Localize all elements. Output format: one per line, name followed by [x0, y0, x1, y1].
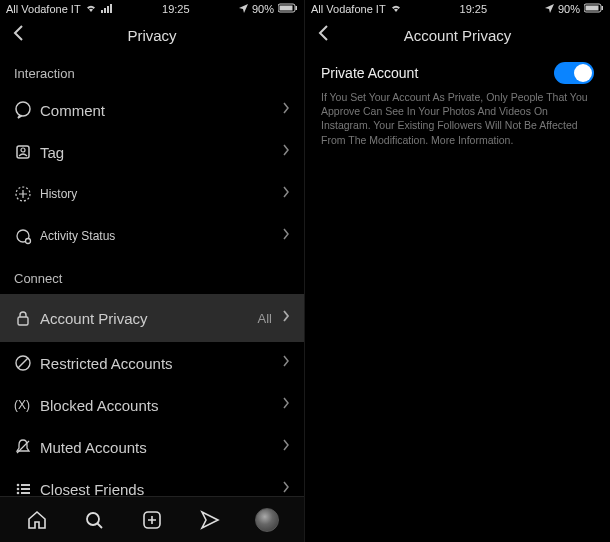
header: Account Privacy	[305, 18, 610, 52]
svg-point-23	[87, 513, 99, 525]
comment-icon	[14, 101, 40, 119]
chevron-right-icon	[282, 185, 290, 203]
row-label: Closest Friends	[40, 481, 282, 498]
section-interaction: Interaction	[0, 52, 304, 89]
row-activity-status[interactable]: Activity Status	[0, 215, 304, 257]
wifi-icon	[390, 3, 402, 15]
clock: 19:25	[162, 3, 190, 15]
wifi-icon	[85, 3, 97, 15]
status-bar: All Vodafone IT 19:25 90%	[305, 0, 610, 18]
chevron-right-icon	[282, 101, 290, 119]
private-account-toggle[interactable]	[554, 62, 594, 84]
battery-icon	[278, 3, 298, 15]
privacy-settings-screen: All Vodafone IT 19:25 90% Privacy Intera…	[0, 0, 305, 542]
svg-rect-3	[110, 4, 112, 13]
svg-point-9	[21, 148, 25, 152]
muted-icon	[14, 438, 40, 456]
row-label: History	[40, 187, 282, 201]
chevron-right-icon	[282, 143, 290, 161]
row-blocked-accounts[interactable]: (X) Blocked Accounts	[0, 384, 304, 426]
battery-pct: 90%	[558, 3, 580, 15]
private-account-description: If You Set Your Account As Private, Only…	[321, 90, 594, 147]
header: Privacy	[0, 18, 304, 52]
svg-rect-26	[585, 6, 598, 11]
nav-profile[interactable]	[247, 500, 287, 540]
svg-rect-6	[295, 6, 297, 10]
svg-rect-2	[107, 6, 109, 13]
row-muted-accounts[interactable]: Muted Accounts	[0, 426, 304, 468]
row-label: Restricted Accounts	[40, 355, 282, 372]
svg-point-17	[17, 488, 20, 491]
row-tag[interactable]: Tag	[0, 131, 304, 173]
settings-list: Interaction Comment Tag History	[0, 52, 304, 542]
svg-rect-13	[18, 317, 28, 325]
page-title: Privacy	[12, 27, 292, 44]
back-button[interactable]	[12, 24, 24, 46]
activity-status-icon	[14, 227, 40, 245]
bottom-nav	[0, 496, 304, 542]
nav-create[interactable]	[132, 500, 172, 540]
svg-rect-20	[21, 492, 30, 494]
svg-point-15	[17, 484, 20, 487]
chevron-right-icon	[282, 227, 290, 245]
account-privacy-screen: All Vodafone IT 19:25 90% Account Privac…	[305, 0, 610, 542]
row-label: Activity Status	[40, 229, 282, 243]
row-comment[interactable]: Comment	[0, 89, 304, 131]
private-account-setting: Private Account If You Set Your Account …	[305, 52, 610, 147]
chevron-right-icon	[282, 354, 290, 372]
status-bar: All Vodafone IT 19:25 90%	[0, 0, 304, 18]
row-account-privacy[interactable]: Account Privacy All	[0, 294, 304, 342]
back-button[interactable]	[317, 24, 329, 46]
chevron-right-icon	[282, 438, 290, 456]
svg-rect-27	[601, 6, 603, 10]
clock: 19:25	[460, 3, 488, 15]
row-history[interactable]: History	[0, 173, 304, 215]
svg-rect-18	[21, 488, 30, 490]
svg-point-19	[17, 492, 20, 495]
lock-icon	[14, 309, 40, 327]
avatar	[255, 508, 279, 532]
location-icon	[545, 3, 554, 15]
history-icon	[14, 185, 40, 203]
nav-direct[interactable]	[190, 500, 230, 540]
battery-pct: 90%	[252, 3, 274, 15]
row-label: Tag	[40, 144, 282, 161]
page-title: Account Privacy	[317, 27, 598, 44]
signal-icon	[101, 3, 113, 15]
row-label: Comment	[40, 102, 282, 119]
chevron-right-icon	[282, 396, 290, 414]
row-label: Account Privacy	[40, 310, 258, 327]
svg-point-12	[26, 239, 31, 244]
row-label: Blocked Accounts	[40, 397, 282, 414]
svg-rect-16	[21, 484, 30, 486]
private-account-title: Private Account	[321, 65, 418, 81]
carrier-label: All Vodafone IT	[6, 3, 81, 15]
restricted-icon	[14, 354, 40, 372]
svg-rect-0	[101, 10, 103, 13]
row-label: Muted Accounts	[40, 439, 282, 456]
row-restricted-accounts[interactable]: Restricted Accounts	[0, 342, 304, 384]
location-icon	[239, 3, 248, 15]
nav-search[interactable]	[74, 500, 114, 540]
section-connect: Connect	[0, 257, 304, 294]
carrier-label: All Vodafone IT	[311, 3, 386, 15]
svg-rect-5	[279, 6, 292, 11]
nav-home[interactable]	[17, 500, 57, 540]
svg-rect-1	[104, 8, 106, 13]
toggle-knob	[574, 64, 592, 82]
chevron-right-icon	[282, 309, 290, 327]
row-value: All	[258, 311, 272, 326]
tag-icon	[14, 143, 40, 161]
blocked-icon: (X)	[14, 398, 40, 412]
battery-icon	[584, 3, 604, 15]
svg-point-7	[16, 102, 30, 116]
